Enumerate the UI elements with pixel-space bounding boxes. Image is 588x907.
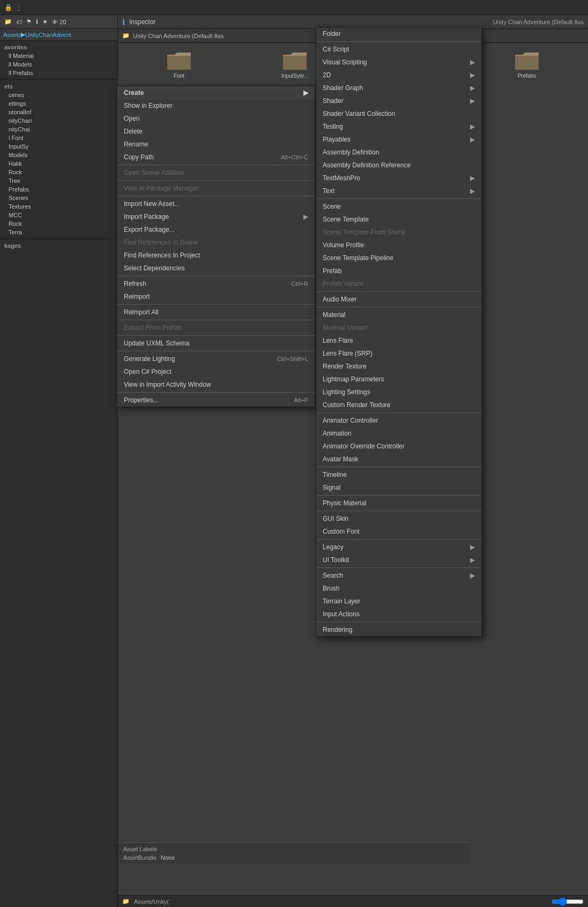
breadcrumb-folder[interactable]: UnityChanAdvent <box>25 32 71 38</box>
ctx-select-dependencies[interactable]: Select Dependencies <box>117 262 315 275</box>
sub-testing[interactable]: Testing ▶ <box>316 120 481 133</box>
sub-ui-toolkit[interactable]: UI Toolkit ▶ <box>316 554 481 566</box>
sub-scene-template-pipeline[interactable]: Scene Template Pipeline <box>316 252 481 264</box>
sub-prefab-variant: Prefab Variant <box>316 277 481 290</box>
sub-avatar-mask[interactable]: Avatar Mask <box>316 453 481 466</box>
sidebar-item-rock2[interactable]: Rock <box>0 219 117 228</box>
sidebar-item-font[interactable]: l Font <box>0 134 117 142</box>
sub-text[interactable]: Text ▶ <box>316 185 481 197</box>
sidebar-item-terra[interactable]: Terra <box>0 228 117 237</box>
sidebar-item-unitychan2[interactable]: nityChai <box>0 125 117 134</box>
ctx-copy-path[interactable]: Copy Path Alt+Ctrl+C <box>117 151 315 164</box>
ctx-open-csharp[interactable]: Open C# Project <box>117 365 315 378</box>
sub-render-texture[interactable]: Render Texture <box>316 360 481 373</box>
sidebar-item-rock[interactable]: Rock <box>0 168 117 176</box>
sub-animator-override-controller[interactable]: Animator Override Controller <box>316 440 481 453</box>
sub-shader-graph[interactable]: Shader Graph ▶ <box>316 82 481 94</box>
sub-material[interactable]: Material <box>316 308 481 321</box>
sub-lens-flare-srp[interactable]: Lens Flare (SRP) <box>316 347 481 360</box>
ctx-reimport[interactable]: Reimport <box>117 290 315 303</box>
folder-icon: 📁 <box>4 18 12 25</box>
sub-assembly-definition[interactable]: Assembly Definition <box>316 146 481 159</box>
sidebar-item-mcc[interactable]: MCC <box>0 211 117 219</box>
asset-name-preview: Unity Chan Adventure (Default Ass <box>493 19 584 25</box>
sub-brush[interactable]: Brush <box>316 582 481 595</box>
sub-gui-skin[interactable]: GUI Skin <box>316 512 481 525</box>
sidebar-item-scenes2[interactable]: Scenes <box>0 194 117 202</box>
ctx-delete[interactable]: Delete <box>117 125 315 138</box>
sub-legacy[interactable]: Legacy ▶ <box>316 541 481 554</box>
sidebar-item-all-materials[interactable]: ll Materiai <box>0 51 117 60</box>
file-label-prefabs: Prefabs <box>518 73 536 79</box>
sub-custom-font[interactable]: Custom Font <box>316 525 481 538</box>
breadcrumb-assets[interactable]: Assets <box>3 32 21 38</box>
sub-shader[interactable]: Shader ▶ <box>316 94 481 107</box>
sub-terrain-layer[interactable]: Terrain Layer <box>316 595 481 608</box>
sidebar-item-unitychan1[interactable]: nityChari <box>0 116 117 125</box>
ctx-find-references-scene: Find References In Scene <box>117 236 315 249</box>
sidebar-item-all-models[interactable]: ll Models <box>0 60 117 69</box>
sub-custom-render-texture[interactable]: Custom Render Texture <box>316 399 481 411</box>
sub-textmeshpro[interactable]: TextMeshPro ▶ <box>316 172 481 185</box>
sub-playables[interactable]: Playables ▶ <box>316 133 481 146</box>
ctx-show-in-explorer[interactable]: Show in Explorer <box>117 99 315 112</box>
ctx-view-import-activity[interactable]: View in Import Activity Window <box>117 378 315 391</box>
sub-audio-mixer[interactable]: Audio Mixer <box>316 293 481 306</box>
ctx-open[interactable]: Open <box>117 112 315 125</box>
folder-icon-inputsyte <box>282 50 308 72</box>
more-icon[interactable]: ⋮ <box>16 4 22 11</box>
sidebar-item-tree[interactable]: Tree <box>0 176 117 185</box>
sub-lightmap-parameters[interactable]: Lightmap Parameters <box>316 373 481 386</box>
sub-input-actions[interactable]: Input Actions <box>316 608 481 621</box>
sub-shader-variant-collection[interactable]: Shader Variant Collection <box>316 107 481 120</box>
sidebar-item-tutorial[interactable]: utorialInf <box>0 108 117 116</box>
ctx-properties[interactable]: Properties... Alt+P <box>117 394 315 407</box>
ctx-refresh[interactable]: Refresh Ctrl+R <box>117 277 315 290</box>
file-item-prefabs[interactable]: Prefabs <box>470 47 584 82</box>
file-item-font[interactable]: Font <box>122 47 236 82</box>
sub-signal[interactable]: Signal <box>316 481 481 494</box>
sub-scene[interactable]: Scene <box>316 200 481 213</box>
sub-search[interactable]: Search ▶ <box>316 569 481 582</box>
ctx-export-package[interactable]: Export Package... <box>117 223 315 236</box>
eye-count: 👁 20 <box>52 19 66 25</box>
sub-folder[interactable]: Folder <box>316 27 481 40</box>
ctx-view-package-manager: View in Package Manager <box>117 182 315 195</box>
sidebar-item-inputsys[interactable]: InputSy <box>0 142 117 151</box>
sub-sep-2 <box>316 198 481 199</box>
sidebar-item-textures[interactable]: Textures <box>0 202 117 211</box>
sub-physic-material[interactable]: Physic Material <box>316 497 481 510</box>
sidebar-item-all-prefabs[interactable]: ll Prefabs <box>0 69 117 77</box>
sidebar-item-prefabs[interactable]: Prefabs <box>0 185 117 194</box>
sub-2d[interactable]: 2D ▶ <box>316 69 481 82</box>
sub-visual-scripting[interactable]: Visual Scripting ▶ <box>316 56 481 69</box>
sub-sep-5 <box>316 412 481 413</box>
file-label-font: Font <box>174 73 184 79</box>
sub-csharp-script[interactable]: C# Script <box>316 43 481 56</box>
ctx-update-uxml[interactable]: Update UXML Schema <box>117 337 315 350</box>
ctx-generate-lighting[interactable]: Generate Lighting Ctrl+Shift+L <box>117 352 315 365</box>
sub-lighting-settings[interactable]: Lighting Settings <box>316 386 481 399</box>
ctx-find-references-project[interactable]: Find References In Project <box>117 249 315 262</box>
lock-icon[interactable]: 🔒 <box>4 4 12 11</box>
sub-rendering[interactable]: Rendering <box>316 623 481 636</box>
tag-icon: 🏷 <box>16 19 22 25</box>
ctx-header-create[interactable]: Create ▶ <box>117 86 315 99</box>
ctx-reimport-all[interactable]: Reimport All <box>117 306 315 319</box>
sidebar-item-scenes[interactable]: cenes <box>0 91 117 99</box>
zoom-slider[interactable] <box>552 897 584 906</box>
sub-lens-flare[interactable]: Lens Flare <box>316 334 481 347</box>
sub-assembly-definition-ref[interactable]: Assembly Definition Reference <box>316 159 481 172</box>
sidebar-item-models[interactable]: Models <box>0 151 117 159</box>
sub-timeline[interactable]: Timeline <box>316 468 481 481</box>
sub-scene-template[interactable]: Scene Template <box>316 213 481 226</box>
ctx-import-package[interactable]: Import Package ▶ <box>117 210 315 223</box>
sidebar-item-settings[interactable]: ettings <box>0 99 117 108</box>
sidebar-item-hakk[interactable]: Hakk <box>0 159 117 168</box>
ctx-rename[interactable]: Rename <box>117 138 315 151</box>
sub-animation[interactable]: Animation <box>316 427 481 440</box>
sub-animator-controller[interactable]: Animator Controller <box>316 414 481 427</box>
sub-volume-profile[interactable]: Volume Profile <box>316 239 481 252</box>
ctx-import-new-asset[interactable]: Import New Asset... <box>117 197 315 210</box>
sub-prefab[interactable]: Prefab <box>316 264 481 277</box>
